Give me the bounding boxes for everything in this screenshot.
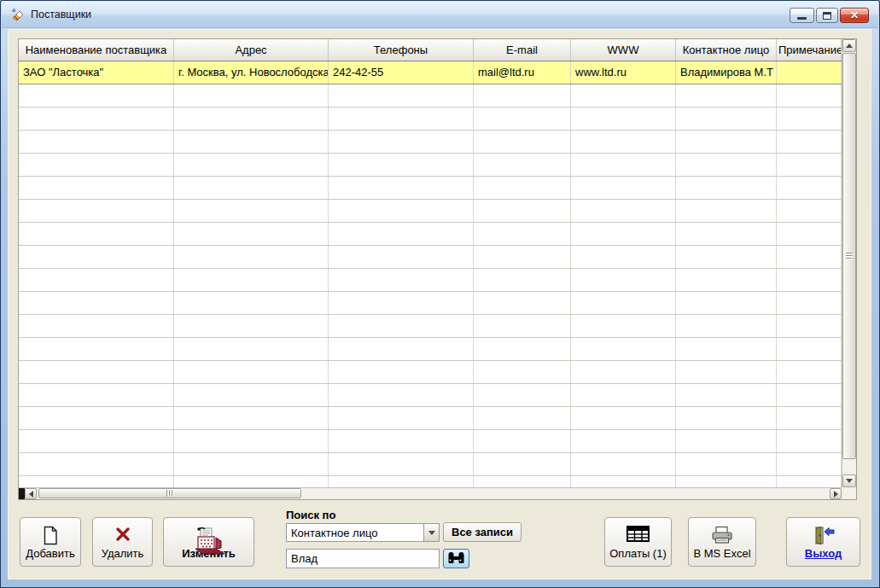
table-cell: www.ltd.ru: [571, 61, 676, 84]
table-cell: 242-42-55: [329, 61, 474, 84]
table-cell: [571, 292, 676, 314]
table-cell: [777, 315, 842, 337]
empty-row[interactable]: [19, 338, 842, 361]
empty-row[interactable]: [19, 108, 842, 131]
arrow-down-icon: [846, 479, 853, 483]
find-button[interactable]: [443, 549, 469, 568]
table-cell: [329, 84, 474, 107]
maximize-button[interactable]: [816, 8, 838, 23]
empty-row[interactable]: [19, 361, 842, 384]
empty-row[interactable]: [19, 453, 842, 476]
empty-row[interactable]: [19, 292, 842, 315]
table-cell: ЗАО "Ласточка": [19, 61, 174, 84]
empty-row[interactable]: [19, 407, 842, 430]
table-cell: [676, 384, 777, 406]
empty-row[interactable]: [19, 476, 842, 487]
table-cell: [474, 177, 571, 199]
exit-button[interactable]: Выход: [786, 517, 860, 567]
minimize-button[interactable]: [790, 8, 814, 23]
table-cell: [777, 177, 842, 199]
table-cell: [19, 315, 174, 337]
vertical-scroll-thumb[interactable]: [842, 53, 856, 459]
edit-button[interactable]: Изменить: [163, 517, 254, 567]
hand-writing-icon: [10, 7, 25, 21]
exit-door-icon: [787, 526, 860, 545]
table-cell: [174, 131, 329, 153]
typewriter-icon: [164, 526, 254, 556]
horizontal-scrollbar[interactable]: [19, 487, 842, 499]
scroll-right-button[interactable]: [830, 488, 842, 499]
table-cell: [676, 131, 777, 153]
vertical-scrollbar[interactable]: [842, 39, 856, 487]
table-cell: [474, 407, 571, 429]
scroll-down-button[interactable]: [842, 474, 856, 487]
table-cell: [571, 200, 676, 222]
vertical-scroll-track[interactable]: [842, 52, 856, 474]
table-cell: [571, 131, 676, 153]
all-records-button[interactable]: Все записи: [443, 522, 522, 542]
empty-row[interactable]: [19, 246, 842, 269]
table-cell: [174, 84, 329, 107]
table-cell: [777, 453, 842, 475]
empty-row[interactable]: [19, 131, 842, 154]
table-grid-icon: [605, 526, 671, 542]
empty-row[interactable]: [19, 430, 842, 453]
table-cell: [571, 269, 676, 291]
table-cell: [474, 315, 571, 337]
table-cell: [474, 246, 571, 268]
scroll-left-button[interactable]: [25, 488, 37, 499]
empty-row[interactable]: [19, 223, 842, 246]
table-cell: [676, 315, 777, 337]
horizontal-scroll-thumb[interactable]: [38, 488, 301, 498]
empty-row[interactable]: [19, 384, 842, 407]
table-cell: [777, 476, 842, 487]
table-cell: [571, 430, 676, 452]
table-cell: [676, 84, 777, 107]
table-cell: [571, 108, 676, 130]
table-cell: [174, 338, 329, 360]
table-cell: [174, 154, 329, 176]
excel-button[interactable]: В MS Excel: [688, 517, 756, 567]
table-cell: [474, 292, 571, 314]
close-button[interactable]: ✕: [840, 8, 869, 23]
table-cell: [19, 177, 174, 199]
search-input[interactable]: [286, 549, 440, 568]
supplier-row[interactable]: ЗАО "Ласточка"г. Москва, ул. Новослободс…: [19, 61, 842, 84]
table-cell: [676, 292, 777, 314]
column-header: Примечание: [777, 39, 842, 61]
empty-row[interactable]: [19, 177, 842, 200]
table-cell: [474, 338, 571, 360]
table-cell: [329, 338, 474, 360]
table-cell: [474, 269, 571, 291]
table-cell: [676, 476, 777, 487]
table-body: ЗАО "Ласточка"г. Москва, ул. Новослободс…: [19, 61, 842, 487]
table-cell: [19, 84, 174, 107]
combo-dropdown-button[interactable]: [423, 524, 439, 541]
empty-row[interactable]: [19, 269, 842, 292]
search-field-select[interactable]: Контактное лицо: [286, 523, 440, 542]
empty-row[interactable]: [19, 200, 842, 223]
empty-row[interactable]: [19, 84, 842, 108]
chevron-down-icon: [428, 531, 435, 535]
payments-button-label: Оплаты (1): [609, 548, 666, 560]
scroll-up-button[interactable]: [842, 39, 856, 52]
table-cell: [676, 338, 777, 360]
table-cell: [19, 246, 174, 268]
column-header: Контактное лицо: [676, 39, 777, 61]
delete-button[interactable]: Удалить: [92, 517, 153, 567]
titlebar[interactable]: Поставщики ✕: [2, 1, 878, 28]
table-cell: [777, 361, 842, 383]
table-cell: [19, 407, 174, 429]
window-controls: ✕: [790, 8, 869, 23]
exit-button-label: Выход: [805, 548, 842, 560]
empty-row[interactable]: [19, 315, 842, 338]
column-header: E-mail: [474, 39, 571, 61]
binoculars-icon: [447, 551, 465, 567]
add-button[interactable]: Добавить: [20, 517, 81, 567]
empty-row[interactable]: [19, 154, 842, 177]
arrow-left-icon: [29, 491, 33, 498]
table-cell: [474, 453, 571, 475]
table-cell: [19, 476, 174, 487]
horizontal-scroll-track[interactable]: [37, 488, 830, 499]
payments-button[interactable]: Оплаты (1): [604, 517, 672, 567]
